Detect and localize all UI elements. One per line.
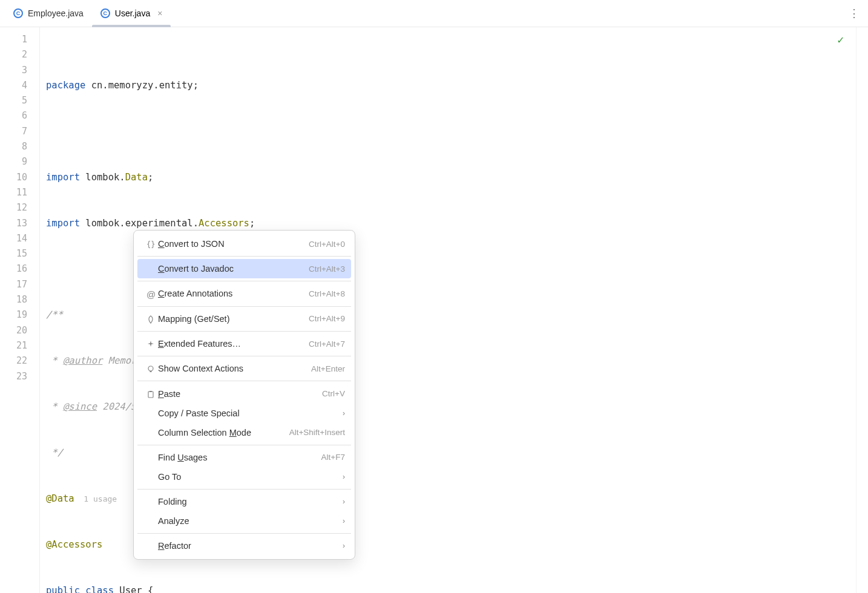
menu-label: Column Selection Mode <box>158 428 283 437</box>
menu-shortcut: Ctrl+Alt+8 <box>309 289 345 298</box>
at-icon: @ <box>143 289 158 298</box>
menu-separator <box>137 445 351 445</box>
class-icon: C <box>100 8 110 18</box>
menu-separator <box>137 356 351 356</box>
menu-label: Mapping (Get/Set) <box>158 314 303 324</box>
line-number[interactable]: 19 <box>0 307 27 323</box>
menu-item-create-annotations[interactable]: @Create AnnotationsCtrl+Alt+8 <box>137 284 351 303</box>
menu-separator <box>137 331 351 332</box>
menu-item-extended-features[interactable]: Extended Features…Ctrl+Alt+7 <box>137 334 351 353</box>
menu-item-paste[interactable]: PasteCtrl+V <box>137 384 351 403</box>
context-menu: {}Convert to JSONCtrl+Alt+0Convert to Ja… <box>133 230 355 560</box>
menu-shortcut: Alt+F7 <box>321 453 345 462</box>
menu-separator <box>137 306 351 307</box>
line-number[interactable]: 21 <box>0 338 27 353</box>
menu-shortcut: Ctrl+V <box>322 389 345 398</box>
line-number[interactable]: 18 <box>0 292 27 307</box>
svg-rect-5 <box>150 391 152 392</box>
line-number[interactable]: 20 <box>0 323 27 338</box>
menu-item-copy-paste-special[interactable]: Copy / Paste Special› <box>137 404 351 423</box>
tab-title: User.java <box>115 8 150 18</box>
menu-label: Find Usages <box>158 453 315 462</box>
menu-label: Extended Features… <box>158 339 303 349</box>
menu-label: Refactor <box>158 541 337 551</box>
editor-area: 1234567891011121314151617181920212223 ✓ … <box>0 27 868 593</box>
menu-label: Analyze <box>158 516 337 526</box>
menu-label: Create Annotations <box>158 289 303 298</box>
line-number[interactable]: 17 <box>0 277 27 292</box>
line-number[interactable]: 14 <box>0 231 27 246</box>
menu-item-folding[interactable]: Folding› <box>137 492 351 511</box>
menu-separator <box>137 381 351 381</box>
menu-separator <box>137 489 351 490</box>
menu-label: Convert to Javadoc <box>158 264 303 274</box>
menu-item-find-usages[interactable]: Find UsagesAlt+F7 <box>137 448 351 467</box>
checkmark-icon[interactable]: ✓ <box>837 32 844 47</box>
tab-bar: C Employee.java C User.java × ⋮ <box>0 0 868 27</box>
line-number[interactable]: 3 <box>0 63 27 78</box>
line-number[interactable]: 4 <box>0 78 27 93</box>
line-number[interactable]: 5 <box>0 93 27 108</box>
menu-item-convert-to-json[interactable]: {}Convert to JSONCtrl+Alt+0 <box>137 234 351 254</box>
svg-rect-4 <box>148 392 153 398</box>
menu-label: Convert to JSON <box>158 239 303 249</box>
line-number[interactable]: 11 <box>0 185 27 200</box>
menu-item-convert-to-javadoc[interactable]: Convert to JavadocCtrl+Alt+3 <box>137 259 351 278</box>
tab-user[interactable]: C User.java × <box>92 0 171 27</box>
line-number[interactable]: 8 <box>0 139 27 154</box>
menu-label: Copy / Paste Special <box>158 408 337 418</box>
line-gutter: 1234567891011121314151617181920212223 <box>0 27 40 593</box>
more-icon[interactable]: ⋮ <box>849 7 860 20</box>
menu-label: Go To <box>158 472 337 482</box>
class-icon: C <box>13 8 23 18</box>
tab-employee[interactable]: C Employee.java <box>5 0 92 27</box>
line-number[interactable]: 6 <box>0 108 27 123</box>
svg-point-2 <box>148 366 153 371</box>
menu-separator <box>137 533 351 534</box>
usage-hint[interactable]: 1 usage <box>74 494 117 503</box>
right-gutter <box>856 27 868 593</box>
chevron-right-icon: › <box>343 542 345 550</box>
line-number[interactable]: 1 <box>0 32 27 47</box>
menu-label: Paste <box>158 389 316 399</box>
line-number[interactable]: 22 <box>0 353 27 369</box>
line-number[interactable]: 12 <box>0 200 27 215</box>
chevron-right-icon: › <box>343 517 345 525</box>
menu-shortcut: Ctrl+Alt+7 <box>309 339 345 349</box>
line-number[interactable]: 15 <box>0 246 27 261</box>
braces-icon: {} <box>143 239 158 249</box>
menu-item-show-context-actions[interactable]: Show Context ActionsAlt+Enter <box>137 359 351 378</box>
svg-text:{}: {} <box>146 240 155 249</box>
menu-label: Show Context Actions <box>158 364 305 373</box>
menu-shortcut: Ctrl+Alt+9 <box>309 314 345 323</box>
menu-item-mapping-get-set[interactable]: Mapping (Get/Set)Ctrl+Alt+9 <box>137 309 351 329</box>
tab-title: Employee.java <box>28 8 84 18</box>
close-icon[interactable]: × <box>157 8 162 18</box>
svg-text:@: @ <box>146 290 155 299</box>
line-number[interactable]: 2 <box>0 47 27 62</box>
svg-rect-3 <box>150 371 152 372</box>
line-number[interactable]: 9 <box>0 154 27 169</box>
line-number[interactable]: 7 <box>0 124 27 139</box>
paste-icon <box>143 388 158 398</box>
menu-shortcut: Alt+Shift+Insert <box>289 428 345 437</box>
menu-shortcut: Alt+Enter <box>311 364 345 373</box>
bulb-icon <box>143 364 158 373</box>
line-number[interactable]: 13 <box>0 216 27 231</box>
line-number[interactable]: 16 <box>0 261 27 277</box>
menu-separator <box>137 256 351 257</box>
menu-item-analyze[interactable]: Analyze› <box>137 511 351 531</box>
leaf-icon <box>143 314 158 324</box>
menu-label: Folding <box>158 497 337 506</box>
chevron-right-icon: › <box>343 409 345 418</box>
menu-item-refactor[interactable]: Refactor› <box>137 536 351 555</box>
chevron-right-icon: › <box>343 497 345 506</box>
line-number[interactable]: 23 <box>0 369 27 384</box>
line-number[interactable]: 10 <box>0 170 27 185</box>
menu-separator <box>137 281 351 281</box>
menu-shortcut: Ctrl+Alt+0 <box>309 240 345 249</box>
menu-item-go-to[interactable]: Go To› <box>137 467 351 487</box>
menu-item-column-selection-mode[interactable]: Column Selection ModeAlt+Shift+Insert <box>137 423 351 442</box>
menu-shortcut: Ctrl+Alt+3 <box>309 264 345 274</box>
chevron-right-icon: › <box>343 473 345 481</box>
